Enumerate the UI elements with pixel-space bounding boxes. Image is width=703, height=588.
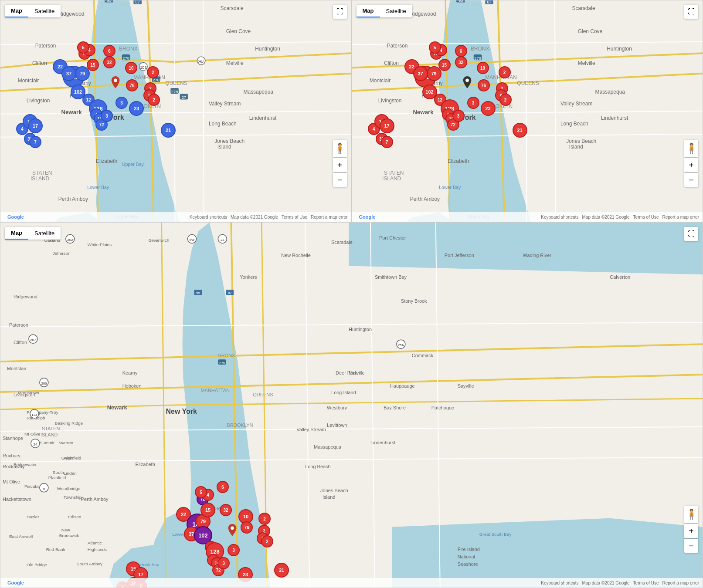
zoom-out-button[interactable]: −	[684, 173, 698, 187]
street-view-button[interactable]: 🧍	[333, 140, 347, 157]
street-view-button[interactable]: 🧍	[684, 140, 698, 157]
cluster-marker[interactable]: 23	[129, 101, 144, 116]
report-map-error[interactable]: Report a map error	[662, 215, 699, 220]
cluster-marker[interactable]: 5	[77, 41, 89, 54]
cluster-marker[interactable]: 76	[478, 79, 490, 91]
zoom-controls: + −	[333, 157, 347, 187]
fullscreen-button[interactable]: ⛶	[684, 227, 698, 241]
svg-text:STATEN: STATEN	[384, 170, 404, 176]
map-tab-map[interactable]: Map	[5, 5, 28, 17]
cluster-marker[interactable]: 3	[467, 97, 479, 109]
svg-text:202: 202	[67, 238, 73, 242]
cluster-marker[interactable]: 3	[217, 557, 230, 569]
svg-text:Plainfield: Plainfield	[64, 456, 81, 460]
cluster-marker[interactable]: 37	[413, 66, 428, 81]
cluster-marker[interactable]: 2	[258, 513, 271, 525]
zoom-out-button[interactable]: −	[333, 173, 347, 187]
cluster-marker[interactable]: 15	[87, 59, 99, 71]
keyboard-shortcuts[interactable]: Keyboard shortcuts	[541, 581, 578, 585]
zoom-in-button[interactable]: +	[684, 524, 698, 538]
map-tab-map[interactable]: Map	[357, 5, 380, 17]
svg-text:Atlantic: Atlantic	[88, 541, 102, 545]
google-logo: Google	[7, 580, 24, 585]
svg-text:Huntington: Huntington	[255, 46, 280, 52]
svg-text:Livingston: Livingston	[378, 98, 401, 104]
cluster-marker[interactable]: 32	[103, 56, 115, 68]
svg-text:Smithtown Bay: Smithtown Bay	[375, 274, 407, 280]
map-tab-satellite[interactable]: Satellite	[28, 5, 61, 17]
cluster-marker[interactable]: 2	[147, 66, 159, 78]
cluster-marker[interactable]: 2	[499, 66, 511, 78]
cluster-marker[interactable]: 2	[261, 535, 273, 547]
cluster-marker[interactable]: 6	[103, 45, 115, 57]
keyboard-shortcuts[interactable]: Keyboard shortcuts	[541, 215, 578, 220]
cluster-marker[interactable]: 7	[29, 136, 41, 148]
cluster-marker[interactable]: 15	[200, 503, 215, 517]
svg-text:Perth Amboy: Perth Amboy	[58, 196, 88, 202]
svg-text:STATEN: STATEN	[42, 426, 60, 431]
map-tab-map[interactable]: Map	[5, 227, 28, 240]
svg-text:Paterson: Paterson	[35, 43, 56, 49]
cluster-marker[interactable]: 15	[438, 59, 451, 71]
cluster-marker[interactable]: 2	[499, 94, 512, 106]
svg-text:Hoboken: Hoboken	[122, 383, 142, 389]
cluster-marker[interactable]: 32	[220, 504, 232, 516]
zoom-in-button[interactable]: +	[684, 158, 698, 172]
cluster-marker[interactable]: 76	[126, 79, 138, 91]
svg-text:22: 22	[221, 238, 224, 242]
keyboard-shortcuts[interactable]: Keyboard shortcuts	[190, 215, 227, 220]
svg-text:New: New	[61, 527, 71, 532]
cluster-marker[interactable]: 10	[125, 62, 137, 74]
location-pin[interactable]	[111, 76, 120, 88]
map-tab-satellite[interactable]: Satellite	[380, 5, 412, 17]
cluster-marker[interactable]: 7	[381, 136, 393, 148]
cluster-marker[interactable]: 5	[429, 41, 441, 54]
cluster-marker[interactable]: 6	[217, 481, 229, 493]
svg-text:287: 287	[30, 338, 36, 342]
map-tab-satellite[interactable]: Satellite	[28, 227, 61, 240]
svg-text:Highlands: Highlands	[88, 547, 107, 552]
location-pin[interactable]	[228, 524, 237, 536]
cluster-marker[interactable]: 17	[380, 118, 394, 133]
terms-of-use[interactable]: Terms of Use	[633, 581, 659, 585]
cluster-marker[interactable]: 3	[452, 110, 465, 122]
cluster-marker[interactable]: 32	[455, 56, 467, 68]
svg-text:Westbury: Westbury	[327, 405, 347, 410]
svg-text:South Amboy: South Amboy	[77, 561, 102, 566]
fullscreen-button[interactable]: ⛶	[333, 5, 347, 19]
zoom-in-button[interactable]: +	[333, 158, 347, 172]
cluster-marker[interactable]: 3	[101, 110, 113, 122]
terms-of-use[interactable]: Terms of Use	[633, 215, 659, 220]
zoom-out-button[interactable]: −	[684, 539, 698, 553]
cluster-marker[interactable]: 6	[455, 45, 467, 57]
svg-text:Glen Cove: Glen Cove	[577, 28, 602, 34]
fullscreen-button[interactable]: ⛶	[684, 5, 698, 19]
svg-text:124: 124	[31, 413, 37, 417]
cluster-marker[interactable]: 23	[481, 101, 496, 116]
report-map-error[interactable]: Report a map error	[662, 581, 699, 585]
maps-container: Paterson Ridgewood Clifton Montclair Liv…	[0, 0, 703, 588]
svg-text:Morristown: Morristown	[18, 390, 39, 395]
cluster-marker[interactable]: 17	[28, 118, 43, 133]
cluster-marker[interactable]: 76	[241, 521, 253, 534]
report-map-error[interactable]: Report a map error	[311, 215, 347, 220]
cluster-marker[interactable]: 10	[477, 62, 489, 74]
svg-text:106: 106	[140, 65, 147, 70]
cluster-marker[interactable]: 37	[61, 66, 76, 81]
cluster-marker[interactable]: 21	[513, 123, 527, 138]
svg-text:25A: 25A	[398, 343, 404, 347]
street-view-button[interactable]: 🧍	[684, 506, 698, 523]
cluster-marker[interactable]: 2	[148, 94, 160, 106]
cluster-marker[interactable]: 21	[161, 123, 176, 138]
svg-text:Kearny: Kearny	[122, 370, 138, 375]
cluster-marker[interactable]: 3	[115, 97, 128, 109]
svg-text:278: 278	[171, 90, 178, 94]
location-pin[interactable]	[463, 76, 472, 88]
cluster-marker[interactable]: 3	[228, 544, 240, 556]
map-bottom: Paterson Ridgewood Clifton Montclair Liv…	[0, 222, 703, 588]
cluster-marker[interactable]: 5	[195, 486, 207, 498]
svg-text:Jones Beach: Jones Beach	[214, 138, 245, 144]
terms-of-use[interactable]: Terms of Use	[282, 215, 307, 220]
cluster-marker[interactable]: 21	[274, 563, 289, 578]
svg-text:24: 24	[33, 443, 37, 446]
